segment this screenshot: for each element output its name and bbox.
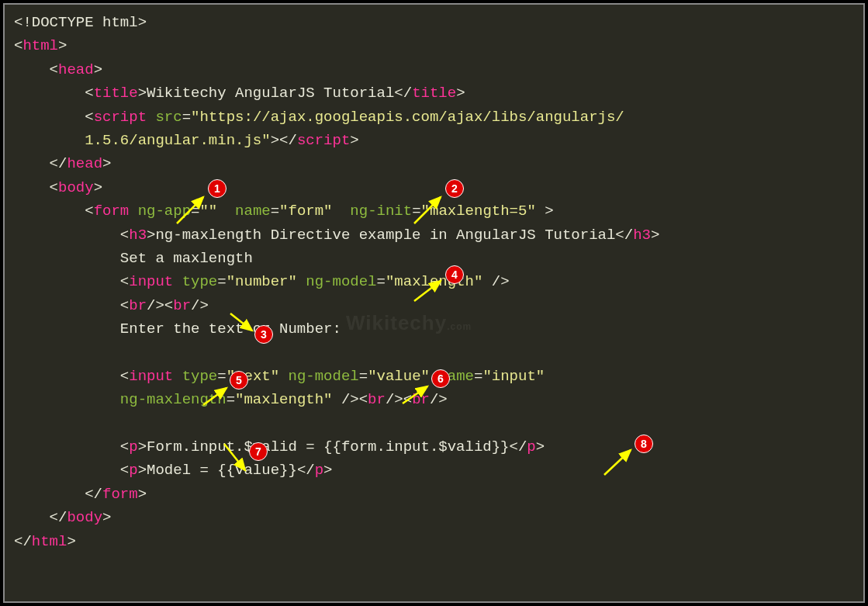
- input-text: input: [129, 368, 173, 385]
- svg-line-3: [414, 197, 441, 223]
- code-container: Wikitechy.com <!DOCTYPE html> <html> <he…: [3, 3, 865, 603]
- arrow-5: [197, 383, 232, 410]
- arrow-2: [408, 191, 447, 230]
- badge-6: 6: [431, 369, 450, 388]
- arrow-7: [218, 438, 253, 476]
- set-maxlength-text: Set a maxlength: [120, 250, 253, 267]
- svg-line-15: [604, 450, 631, 475]
- title-tag: title: [94, 85, 138, 102]
- svg-line-7: [414, 281, 441, 301]
- doctype-line: <!DOCTYPE html>: [14, 14, 147, 31]
- title-text: Wikitechy AngularJS Tutorial: [147, 85, 394, 102]
- svg-line-5: [230, 313, 252, 331]
- badge-1: 1: [208, 179, 227, 198]
- html-open-tag: html: [22, 37, 58, 54]
- badge-8: 8: [635, 435, 653, 453]
- svg-line-1: [177, 197, 203, 223]
- p1-text: Form.input.$valid = {{form.input.$valid}…: [147, 438, 509, 455]
- badge-5: 5: [230, 371, 248, 390]
- badge-7: 7: [249, 442, 268, 461]
- svg-line-11: [403, 386, 427, 403]
- h3-text: ng-maxlength Directive example in Angula…: [155, 227, 615, 244]
- script-tag: script: [94, 109, 147, 126]
- head-open-tag: head: [58, 61, 94, 78]
- svg-line-13: [224, 444, 245, 470]
- arrow-4: [408, 276, 447, 307]
- arrow-8: [598, 445, 637, 480]
- badge-2: 2: [445, 179, 464, 198]
- arrow-6: [396, 382, 434, 409]
- form-tag: form: [94, 203, 130, 220]
- arrow-1: [171, 191, 209, 230]
- body-tag: body: [58, 179, 94, 196]
- input-number: input: [129, 273, 173, 290]
- badge-3: 3: [254, 325, 273, 344]
- svg-line-9: [203, 388, 227, 405]
- badge-4: 4: [445, 265, 464, 284]
